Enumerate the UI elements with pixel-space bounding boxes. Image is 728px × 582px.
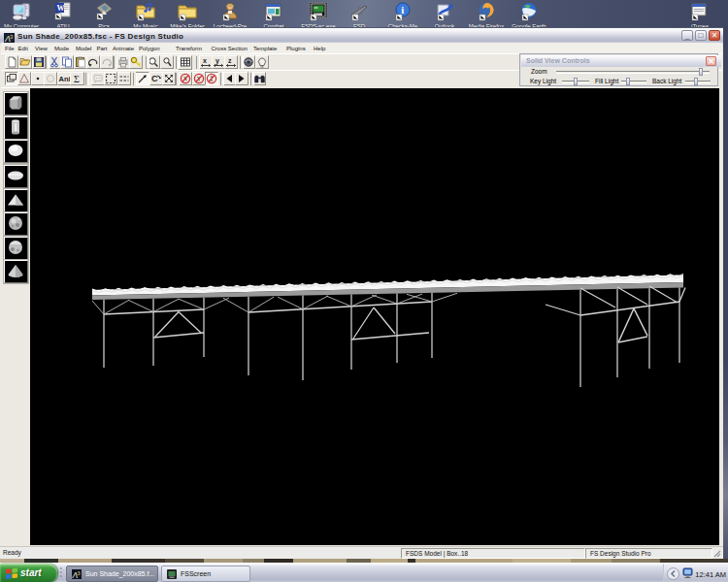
svg-text:i: i (401, 4, 404, 16)
svg-text:y: y (215, 57, 219, 65)
svg-text:Ani: Ani (59, 75, 71, 83)
svg-text:x: x (203, 57, 207, 64)
svg-text:W: W (57, 4, 65, 13)
svg-text:C: C (151, 74, 158, 83)
svg-text:Σ: Σ (74, 74, 80, 84)
svg-text:3: 3 (78, 570, 81, 576)
svg-text:z: z (228, 57, 232, 64)
